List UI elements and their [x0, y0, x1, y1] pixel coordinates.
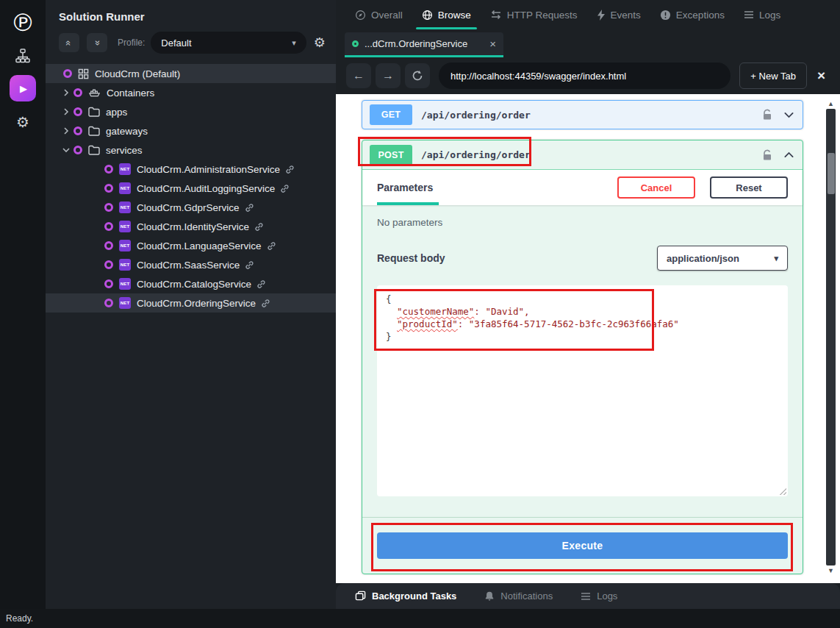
chevron-right-icon — [62, 126, 73, 135]
tree-item-label: apps — [106, 107, 127, 118]
chevron-down-icon[interactable] — [783, 109, 795, 121]
tab-overall[interactable]: Overall — [355, 0, 403, 29]
run-view-button[interactable]: ▶ — [10, 75, 36, 101]
link-icon[interactable] — [256, 279, 266, 289]
logs-button[interactable]: Logs — [581, 590, 617, 602]
close-browser-icon[interactable]: × — [817, 68, 825, 84]
status-ring-icon — [104, 279, 113, 288]
tree-item-gdpr-service[interactable]: NET CloudCrm.GdprService — [46, 198, 336, 217]
tree-item-label: Containers — [107, 88, 154, 99]
app-window: ℗ ▶ ⚙ Solution Runner « « Profile: Defau… — [0, 0, 840, 628]
tree-item-cloudcrm-root[interactable]: CloudCrm (Default) — [46, 64, 336, 83]
url-input[interactable] — [450, 71, 719, 82]
link-icon[interactable] — [280, 184, 290, 193]
profile-dropdown[interactable]: Default ▾ — [151, 32, 306, 54]
parameters-title: Parameters — [377, 182, 433, 193]
notifications-button[interactable]: Notifications — [484, 590, 553, 602]
profile-settings-gear-icon[interactable]: ⚙ — [314, 35, 326, 51]
browser-tabstrip: ...dCrm.OrderingService × — [336, 29, 840, 57]
get-endpoint-row[interactable]: GET /api/ordering/order — [362, 100, 803, 129]
dotnet-badge: NET — [119, 201, 131, 213]
tree-item-label: CloudCrm.IdentityService — [137, 221, 249, 232]
content-type-dropdown[interactable]: application/json ▾ — [657, 246, 788, 271]
tree-item-apps[interactable]: apps — [46, 102, 336, 121]
dotnet-badge: NET — [119, 240, 131, 251]
tree-item-label: CloudCrm.AdministrationService — [137, 164, 280, 175]
tree-item-identity-service[interactable]: NET CloudCrm.IdentityService — [46, 217, 336, 236]
execute-button[interactable]: Execute — [377, 532, 788, 559]
activity-bar: ℗ ▶ ⚙ — [0, 0, 46, 609]
link-icon[interactable] — [245, 260, 254, 270]
tree-item-label: CloudCrm.LanguageService — [137, 240, 262, 251]
new-tab-button[interactable]: + New Tab — [739, 63, 807, 89]
tab-label: Overall — [371, 10, 403, 21]
tree-item-auditlogging-service[interactable]: NET CloudCrm.AuditLoggingService — [46, 179, 336, 198]
close-tab-icon[interactable]: × — [489, 38, 496, 50]
execute-section: Execute — [362, 517, 803, 574]
expand-all-button[interactable]: « — [87, 33, 107, 52]
back-icon: ← — [353, 69, 365, 82]
tree-item-containers[interactable]: Containers — [46, 83, 336, 102]
scrollbar-track[interactable] — [826, 109, 836, 565]
request-body-editor[interactable]: { "customerName": "David", "productId": … — [377, 285, 788, 496]
browser-tab-ordering-service[interactable]: ...dCrm.OrderingService × — [345, 32, 503, 57]
forward-button[interactable]: → — [376, 63, 401, 88]
reset-button[interactable]: Reset — [710, 176, 788, 199]
lock-icon[interactable] — [762, 109, 772, 121]
chevron-up-icon[interactable] — [783, 149, 795, 161]
background-tasks-icon — [355, 590, 366, 602]
tab-browse[interactable]: Browse — [422, 0, 471, 29]
tree-item-services[interactable]: services — [46, 140, 336, 160]
no-parameters-text: No parameters — [377, 217, 788, 228]
tree-item-label: CloudCrm.GdprService — [137, 202, 240, 213]
json-key: "customerName" — [397, 306, 474, 317]
tree-item-language-service[interactable]: NET CloudCrm.LanguageService — [46, 236, 336, 255]
lock-icon[interactable] — [762, 149, 772, 161]
resize-handle[interactable] — [778, 486, 786, 495]
link-icon[interactable] — [245, 203, 254, 213]
link-icon[interactable] — [267, 241, 276, 251]
solution-tree-icon[interactable] — [15, 49, 30, 63]
tab-events[interactable]: Events — [597, 0, 641, 29]
status-ring-icon — [73, 88, 82, 97]
link-icon[interactable] — [261, 299, 270, 308]
json-value: : "3fa85f64-5717-4562-b3fc-2c963f66afa6" — [458, 318, 679, 329]
post-method-badge: POST — [370, 145, 412, 165]
swagger-content: GET /api/ordering/order POST /api/orderi… — [336, 94, 840, 583]
back-button[interactable]: ← — [346, 63, 371, 88]
sidebar: Solution Runner « « Profile: Default ▾ ⚙ — [46, 0, 336, 609]
app-logo-icon: ℗ — [8, 7, 37, 37]
link-icon[interactable] — [254, 222, 264, 232]
service-status-icon — [352, 40, 359, 47]
folder-icon — [88, 145, 100, 155]
tree-item-ordering-service[interactable]: NET CloudCrm.OrderingService — [46, 293, 336, 313]
tab-exceptions[interactable]: Exceptions — [660, 0, 725, 29]
tree-item-catalog-service[interactable]: NET CloudCrm.CatalogService — [46, 274, 336, 293]
scrollbar[interactable]: ▲ ▼ — [826, 99, 836, 576]
url-bar[interactable] — [439, 63, 730, 89]
tab-http-requests[interactable]: HTTP Requests — [490, 0, 578, 29]
collapse-all-button[interactable]: « — [59, 33, 79, 52]
status-ring-icon — [104, 299, 113, 307]
tree-item-saas-service[interactable]: NET CloudCrm.SaasService — [46, 255, 336, 274]
background-tasks-button[interactable]: Background Tasks — [355, 590, 456, 602]
browser-tab-label: ...dCrm.OrderingService — [365, 38, 484, 49]
cancel-button[interactable]: Cancel — [617, 176, 695, 199]
dotnet-badge: NET — [119, 259, 131, 271]
link-icon[interactable] — [285, 165, 295, 174]
tab-label: Logs — [759, 10, 780, 21]
tree-item-label: CloudCrm.AuditLoggingService — [137, 183, 275, 194]
scrollbar-thumb[interactable] — [828, 153, 835, 194]
post-endpoint-block: POST /api/ordering/order Parameters Canc… — [362, 140, 803, 574]
tree-item-administration-service[interactable]: NET CloudCrm.AdministrationService — [46, 160, 336, 179]
post-endpoint-row[interactable]: POST /api/ordering/order — [362, 140, 803, 170]
dotnet-badge: NET — [119, 278, 131, 290]
tree-item-gateways[interactable]: gateways — [46, 121, 336, 140]
status-ring-icon — [63, 69, 72, 78]
tree-item-label: CloudCrm.SaasService — [137, 260, 240, 271]
scroll-up-icon[interactable]: ▲ — [828, 99, 834, 109]
settings-gear-icon[interactable]: ⚙ — [16, 113, 29, 131]
scroll-down-icon[interactable]: ▼ — [828, 565, 834, 576]
tab-logs[interactable]: Logs — [744, 0, 780, 29]
refresh-button[interactable] — [405, 63, 430, 88]
